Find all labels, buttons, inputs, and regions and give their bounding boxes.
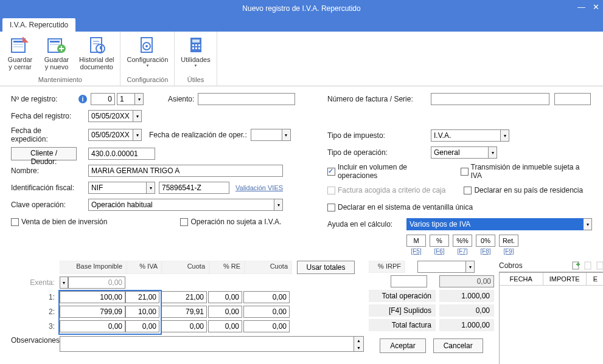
num-factura-input[interactable] — [431, 93, 549, 105]
nregistro-serie-dropdown[interactable]: ▾ — [135, 93, 144, 105]
total-fac-value: 1.000,00 — [439, 319, 494, 331]
id-fiscal-type-select[interactable] — [88, 182, 147, 194]
fecha-reg-dropdown[interactable]: ▾ — [133, 110, 142, 122]
add-icon[interactable] — [571, 261, 581, 270]
op-no-sujeta-checkbox[interactable]: Operación no sujeta a I.V.A. — [180, 218, 281, 226]
cliente-deudor-button[interactable]: Cliente / Deudor: — [11, 147, 77, 160]
close-button[interactable]: ✕ — [593, 2, 599, 12]
transmision-inmueble-checkbox[interactable]: Transmisión de inmueble sujeta a IVA — [461, 163, 592, 180]
fecha-exp-label: Fecha de expedición: — [11, 126, 75, 143]
ayuda-calc-select[interactable]: Varios tipos de IVA — [406, 218, 584, 230]
minimize-button[interactable]: — — [577, 2, 585, 12]
edit-icon[interactable] — [584, 261, 593, 270]
row2-iva[interactable] — [125, 306, 159, 318]
row3-base[interactable] — [60, 320, 125, 332]
cobros-col-importe: IMPORTE — [543, 273, 587, 286]
ayuda-calc-dropdown[interactable]: ▾ — [584, 218, 592, 230]
row1-cuota1[interactable] — [161, 291, 207, 303]
id-fiscal-type-dropdown[interactable]: ▾ — [147, 182, 155, 194]
col-cuota2: Cuota — [245, 261, 292, 274]
fecha-exp-input[interactable] — [88, 129, 133, 141]
col-iva: % IVA — [127, 261, 162, 274]
config-button[interactable]: Configuración ▼ — [125, 34, 169, 75]
nregistro-input[interactable] — [91, 93, 115, 105]
usar-totales-button[interactable]: Usar totales — [297, 261, 355, 274]
clave-op-dropdown[interactable]: ▾ — [274, 199, 283, 211]
ribbon-group-mantenimiento: Mantenimiento — [38, 75, 82, 84]
row3-cuota1[interactable] — [161, 320, 207, 332]
doc-history-button[interactable]: Historial del documento — [78, 34, 115, 75]
row3-cuota2[interactable] — [243, 320, 290, 332]
asiento-input[interactable] — [198, 93, 295, 105]
clave-op-select[interactable] — [88, 199, 274, 211]
num-factura-label: Número de factura / Serie: — [327, 95, 431, 103]
serie-input[interactable] — [554, 93, 591, 105]
irpf-type-select[interactable] — [417, 261, 466, 273]
validacion-vies-link[interactable]: Validación VIES — [235, 184, 283, 191]
row2-cuota2[interactable] — [243, 306, 290, 318]
obs-scroll-up[interactable]: ▲ — [354, 337, 363, 344]
info-icon[interactable]: i — [78, 95, 87, 103]
fecha-reg-input[interactable] — [88, 110, 133, 122]
row3-re[interactable] — [208, 320, 242, 332]
svg-rect-5 — [50, 41, 60, 43]
helper-m-button[interactable]: M — [406, 235, 426, 247]
fecha-exp-dropdown[interactable]: ▾ — [133, 129, 142, 141]
save-new-button[interactable]: Guardar y nuevo — [41, 34, 72, 75]
row3-label: 3: — [11, 322, 60, 331]
helper-0pct-button[interactable]: 0% — [476, 235, 495, 247]
tipo-impuesto-select[interactable] — [431, 129, 501, 142]
svg-rect-20 — [192, 47, 194, 49]
history-icon — [87, 35, 106, 55]
delete-icon[interactable] — [596, 261, 603, 270]
row2-cuota1[interactable] — [161, 306, 207, 318]
helper-key-f8: [F8] — [476, 248, 495, 255]
cliente-input[interactable] — [88, 148, 155, 160]
row1-cuota2[interactable] — [243, 291, 290, 303]
obs-scroll-down[interactable]: ▼ — [354, 344, 363, 351]
helper-pct-button[interactable]: % — [430, 235, 449, 247]
row2-re[interactable] — [208, 306, 242, 318]
dropdown-arrow-icon: ▼ — [145, 64, 149, 67]
nombre-input[interactable] — [88, 165, 283, 177]
tipo-operacion-dropdown[interactable]: ▾ — [489, 146, 497, 159]
incluir-volumen-checkbox[interactable]: Incluir en volumen de operaciones — [327, 163, 448, 180]
exenta-dropdown[interactable]: ▾ — [60, 276, 68, 289]
ribbon-group-utiles: Útiles — [187, 75, 204, 84]
tab-iva-repercutido[interactable]: I.V.A. Repercutido — [2, 18, 75, 32]
svg-rect-22 — [198, 47, 200, 49]
helper-pctpct-button[interactable]: %% — [453, 235, 472, 247]
row1-base[interactable] — [60, 291, 125, 303]
obs-textarea[interactable] — [60, 336, 354, 352]
declarar-ventanilla-checkbox[interactable]: Declarar en el sistema de ventanilla úni… — [327, 203, 473, 211]
irpf-type-dropdown[interactable]: ▾ — [466, 261, 475, 273]
fecha-op-dropdown[interactable]: ▾ — [282, 129, 291, 141]
total-op-label: Total operación — [369, 290, 436, 302]
tipo-impuesto-dropdown[interactable]: ▾ — [501, 129, 509, 142]
nregistro-serie-input[interactable] — [117, 93, 135, 105]
declarar-pais-checkbox[interactable]: Declarar en su país de residencia — [464, 186, 583, 194]
row2-base[interactable] — [60, 306, 125, 318]
accept-button[interactable]: Aceptar — [380, 338, 425, 353]
row1-iva[interactable] — [125, 291, 159, 303]
cancel-button[interactable]: Cancelar — [433, 338, 483, 353]
irpf-amount — [439, 275, 494, 287]
helper-ret-button[interactable]: Ret. — [499, 235, 518, 247]
utilities-button[interactable]: Utilidades ▼ — [180, 34, 211, 75]
tipo-impuesto-label: Tipo de impuesto: — [327, 131, 431, 140]
tipo-operacion-select[interactable] — [431, 146, 489, 159]
id-fiscal-value-input[interactable] — [159, 182, 229, 194]
svg-rect-3 — [13, 46, 23, 47]
exenta-input[interactable] — [68, 276, 125, 289]
row3-iva[interactable] — [125, 320, 159, 332]
row1-re[interactable] — [208, 291, 242, 303]
factura-criterio-checkbox: Factura acogida a criterio de caja — [327, 186, 445, 194]
fecha-op-input[interactable] — [251, 129, 282, 141]
venta-inversion-checkbox[interactable]: Venta de bien de inversión — [11, 218, 107, 226]
svg-rect-19 — [198, 44, 200, 46]
irpf-pct-input[interactable] — [391, 275, 427, 287]
fecha-reg-label: Fecha del registro: — [11, 112, 75, 120]
save-close-button[interactable]: Guardar y cerrar — [5, 34, 35, 75]
save-new-icon — [47, 35, 66, 55]
svg-rect-24 — [585, 262, 591, 269]
